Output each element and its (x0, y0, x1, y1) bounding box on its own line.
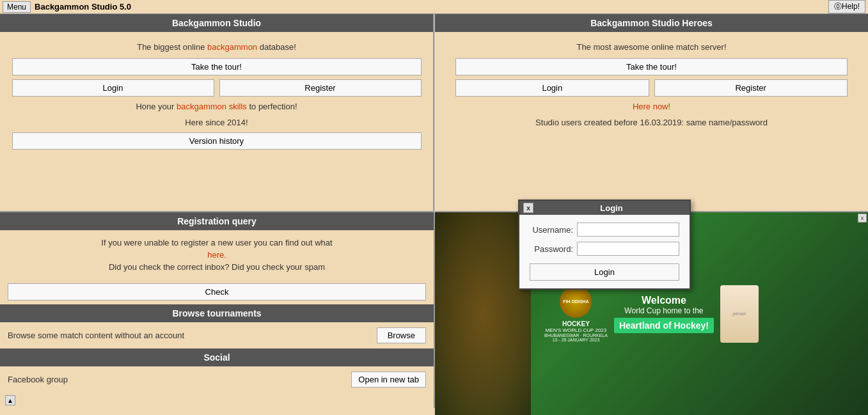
login-register-row-right: Login Register (455, 79, 848, 97)
login-button-right[interactable]: Login (455, 79, 649, 97)
social-header: Social (0, 348, 434, 366)
tagline-link: backgammon (207, 42, 257, 52)
ad-worldcup: World Cup home to the (614, 306, 714, 315)
help-button[interactable]: ⓪Help! (828, 0, 865, 13)
app-title: Backgammon Studio 5.0 (35, 2, 828, 12)
login-button-left[interactable]: Login (12, 79, 214, 97)
ad-logo-area: FIH ODISHA HOCKEY MEN'S WORLD CUP 2023 B… (544, 286, 608, 342)
dialog-close-button[interactable]: x (523, 203, 533, 213)
browse-row: Browse some match content without an acc… (0, 322, 434, 348)
main-area: Backgammon Studio The biggest online bac… (0, 14, 868, 415)
studio-section: Backgammon Studio The biggest online bac… (0, 14, 434, 211)
dates: 13 - 29 JANUARY 2023 (553, 338, 600, 342)
dialog-login-button[interactable]: Login (530, 263, 679, 281)
password-input[interactable] (577, 242, 679, 256)
heroes-tagline: The most awesome online match server! (576, 42, 726, 52)
studio-tagline: The biggest online backgammon database! (137, 42, 296, 52)
browse-header: Browse tournaments (0, 304, 434, 322)
heroes-section: Backgammon Studio Heroes The most awesom… (435, 14, 868, 212)
right-pane: Backgammon Studio Heroes The most awesom… (435, 14, 868, 415)
tour-button-right[interactable]: Take the tour! (455, 58, 848, 75)
tour-button-left[interactable]: Take the tour! (12, 58, 422, 75)
check-button[interactable]: Check (8, 283, 426, 301)
studio-note-text: Studio users created before 16.03.2019: … (535, 118, 768, 127)
browse-section: Browse tournaments Browse some match con… (0, 304, 434, 348)
fih-logo: FIH ODISHA (560, 286, 592, 318)
reg-text1: If you were unable to register a new use… (8, 238, 426, 247)
reg-text2: here. (8, 250, 426, 260)
here-now-text: Here now! (633, 102, 670, 111)
username-input[interactable] (577, 223, 679, 237)
ad-close-button[interactable]: x (858, 214, 867, 223)
dialog-title: Login (537, 203, 686, 213)
left-pane: Backgammon Studio The biggest online bac… (0, 14, 435, 415)
scroll-indicator: ▲ (0, 393, 434, 408)
password-label: Password: (530, 244, 573, 254)
menu-button[interactable]: Menu (3, 1, 31, 13)
hockey-title: HOCKEY (562, 320, 590, 327)
ad-text-area: Welcome World Cup home to the Heartland … (614, 295, 714, 333)
version-history-button[interactable]: Version history (12, 132, 422, 150)
username-field-row: Username: (530, 223, 679, 237)
login-dialog: x Login Username: Password: Login (518, 200, 691, 290)
heroes-body: The most awesome online match server! Ta… (435, 32, 868, 134)
dialog-titlebar: x Login (519, 201, 690, 215)
studio-body: The biggest online backgammon database! … (0, 32, 433, 155)
heroes-header: Backgammon Studio Heroes (435, 14, 868, 32)
hone-link: backgammon skills (177, 102, 247, 111)
social-row: Facebook group Open in new tab (0, 366, 434, 393)
password-field-row: Password: (530, 242, 679, 256)
username-label: Username: (530, 225, 573, 235)
reg-section: Registration query If you were unable to… (0, 212, 434, 304)
reg-header: Registration query (0, 212, 434, 230)
bottom-left: Registration query If you were unable to… (0, 212, 435, 408)
facebook-label: Facebook group (8, 375, 346, 384)
title-bar: Menu Backgammon Studio 5.0 ⓪Help! (0, 0, 868, 14)
register-button-right[interactable]: Register (654, 79, 848, 97)
since-text: Here since 2014! (185, 118, 248, 127)
browse-button[interactable]: Browse (377, 327, 426, 343)
social-section: Social Facebook group Open in new tab (0, 348, 434, 393)
top-sections: Backgammon Studio The biggest online bac… (0, 14, 434, 212)
location: BHUBANESWAR · ROURKELA (544, 333, 608, 338)
ad-hockey-content: FIH ODISHA HOCKEY MEN'S WORLD CUP 2023 B… (539, 280, 764, 348)
ad-welcome: Welcome (614, 295, 714, 306)
reg-text3: Did you check the correct inbox? Did you… (8, 262, 426, 272)
register-button-left[interactable]: Register (219, 79, 422, 97)
dialog-body: Username: Password: Login (519, 215, 690, 288)
open-new-tab-button[interactable]: Open in new tab (351, 372, 426, 388)
ad-heartland: Heartland of Hockey! (614, 318, 714, 333)
reg-body: If you were unable to register a new use… (0, 230, 434, 279)
backgammon-board-bg (435, 212, 531, 415)
login-register-row-left: Login Register (12, 79, 422, 97)
hone-text: Hone your backgammon skills to perfectio… (136, 102, 297, 111)
studio-header: Backgammon Studio (0, 14, 433, 32)
scroll-up-button[interactable]: ▲ (5, 395, 15, 405)
mens-wc: MEN'S WORLD CUP 2023 (546, 327, 607, 333)
browse-text: Browse some match content without an acc… (8, 331, 372, 340)
check-btn-row: Check (0, 279, 434, 304)
ad-person-image: person (720, 285, 759, 343)
